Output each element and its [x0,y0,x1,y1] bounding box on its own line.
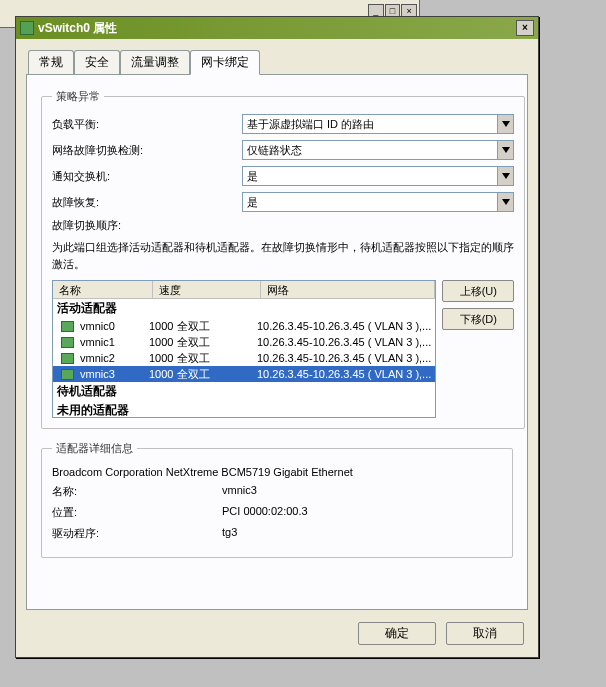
nic-teaming-panel: 策略异常 负载平衡: 基于源虚拟端口 ID 的路由 网络故障切换检测: 仅链路状… [26,74,528,610]
cancel-button[interactable]: 取消 [446,622,524,645]
ok-button[interactable]: 确定 [358,622,436,645]
titlebar: vSwitch0 属性 × [16,17,538,39]
vswitch-properties-dialog: vSwitch0 属性 × 常规 安全 流量调整 网卡绑定 策略异常 负载平衡:… [15,16,539,658]
close-button[interactable]: × [516,20,534,36]
detail-driver-value: tg3 [222,526,237,541]
table-row[interactable]: vmnic0 1000 全双工 10.26.3.45-10.26.3.45 ( … [53,318,435,334]
nic-icon [61,321,74,332]
nic-icon [61,353,74,364]
move-up-button[interactable]: 上移(U) [442,280,514,302]
nic-icon [61,337,74,348]
group-active-adapters: 活动适配器 [53,299,435,318]
chevron-down-icon[interactable] [497,167,513,185]
detail-name-value: vmnic3 [222,484,257,499]
list-header: 名称 速度 网络 [53,281,435,299]
nic-icon [61,369,74,380]
notify-switches-select[interactable]: 是 [242,166,514,186]
group-standby-adapters: 待机适配器 [53,382,435,401]
policy-exceptions-group: 策略异常 负载平衡: 基于源虚拟端口 ID 的路由 网络故障切换检测: 仅链路状… [41,89,525,429]
details-legend: 适配器详细信息 [52,441,137,456]
tab-strip: 常规 安全 流量调整 网卡绑定 [28,50,528,75]
table-row[interactable]: vmnic1 1000 全双工 10.26.3.45-10.26.3.45 ( … [53,334,435,350]
adapter-vendor: Broadcom Corporation NetXtreme BCM5719 G… [52,466,353,478]
tab-nic-teaming[interactable]: 网卡绑定 [190,50,260,75]
chevron-down-icon[interactable] [497,115,513,133]
window-title: vSwitch0 属性 [38,20,514,37]
detail-driver-label: 驱动程序: [52,526,222,541]
detail-location-label: 位置: [52,505,222,520]
adapter-listview[interactable]: 名称 速度 网络 活动适配器 vmnic0 1000 全双工 10.26.3.4… [52,280,436,418]
detail-name-label: 名称: [52,484,222,499]
failover-order-label: 故障切换顺序: [52,218,242,233]
group-unused-adapters: 未用的适配器 [53,401,435,418]
adapter-details-group: 适配器详细信息 Broadcom Corporation NetXtreme B… [41,441,513,558]
policy-legend: 策略异常 [52,89,104,104]
move-down-button[interactable]: 下移(D) [442,308,514,330]
vswitch-icon [20,21,34,35]
col-header-name[interactable]: 名称 [53,281,153,298]
table-row[interactable]: vmnic3 1000 全双工 10.26.3.45-10.26.3.45 ( … [53,366,435,382]
col-header-network[interactable]: 网络 [261,281,435,298]
failback-select[interactable]: 是 [242,192,514,212]
load-balancing-label: 负载平衡: [52,117,242,132]
load-balancing-select[interactable]: 基于源虚拟端口 ID 的路由 [242,114,514,134]
tab-security[interactable]: 安全 [74,50,120,75]
chevron-down-icon[interactable] [497,193,513,211]
failover-help-text: 为此端口组选择活动适配器和待机适配器。在故障切换情形中，待机适配器按照以下指定的… [52,239,514,272]
col-header-speed[interactable]: 速度 [153,281,261,298]
notify-switches-label: 通知交换机: [52,169,242,184]
failback-label: 故障恢复: [52,195,242,210]
failover-detection-label: 网络故障切换检测: [52,143,242,158]
detail-location-value: PCI 0000:02:00.3 [222,505,308,520]
tab-traffic-shaping[interactable]: 流量调整 [120,50,190,75]
failover-detection-select[interactable]: 仅链路状态 [242,140,514,160]
table-row[interactable]: vmnic2 1000 全双工 10.26.3.45-10.26.3.45 ( … [53,350,435,366]
chevron-down-icon[interactable] [497,141,513,159]
tab-general[interactable]: 常规 [28,50,74,75]
